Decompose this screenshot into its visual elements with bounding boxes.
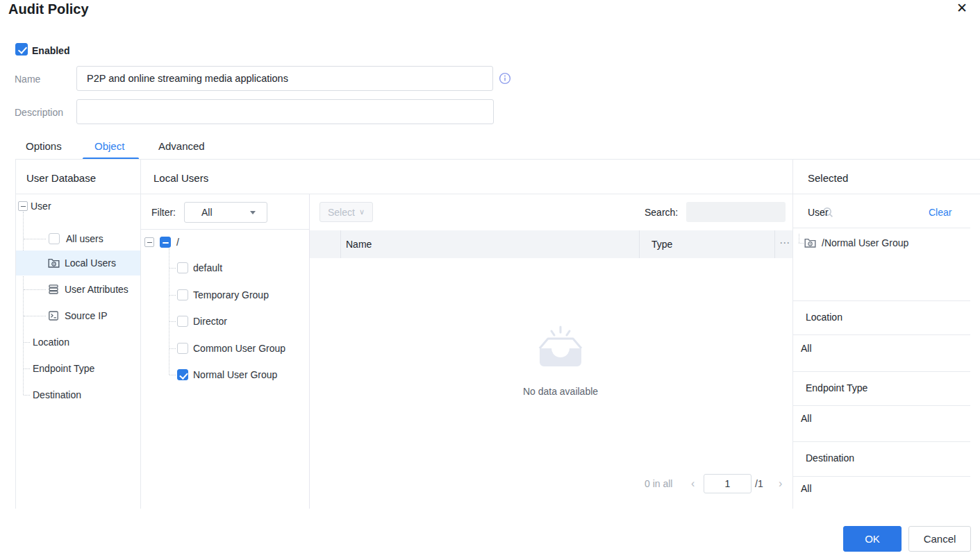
userdb-right-border — [140, 160, 141, 509]
selected-divider — [792, 300, 970, 301]
selected-destination-value: All — [801, 483, 812, 494]
column-settings-icon[interactable]: ⋯ — [779, 237, 790, 249]
tree-stub — [799, 243, 804, 244]
search-field[interactable] — [686, 202, 786, 222]
prev-page-icon[interactable]: ‹ — [691, 477, 695, 490]
terminal-icon — [48, 310, 60, 321]
chevron-down-icon — [250, 211, 256, 214]
tree-node-normal-user-group[interactable]: Normal User Group — [177, 369, 306, 381]
tree-stub — [169, 321, 176, 322]
all-users-checkbox[interactable] — [49, 233, 60, 244]
tree-stub — [24, 342, 30, 343]
selected-divider — [792, 334, 970, 335]
tab-options[interactable]: Options — [26, 139, 62, 153]
selected-title: Selected — [808, 172, 848, 184]
collapse-icon[interactable] — [18, 201, 28, 211]
close-icon[interactable]: ✕ — [956, 1, 967, 15]
attributes-icon — [48, 284, 60, 295]
tree-node-root[interactable]: / — [176, 237, 179, 248]
empty-state-text: No data available — [523, 386, 598, 397]
tree-node-local-users[interactable]: Local Users — [16, 251, 140, 275]
tree-guide-line — [799, 234, 799, 243]
selected-user-label: User — [808, 207, 829, 218]
tree-node-temporary-group[interactable]: Temporary Group — [177, 289, 306, 301]
group-checkbox[interactable] — [177, 369, 188, 380]
folder-pin-icon — [48, 257, 60, 269]
tabs-divider — [15, 159, 980, 160]
page-number-input[interactable] — [704, 474, 751, 493]
filter-label: Filter: — [151, 207, 176, 218]
tree-node-location[interactable]: Location — [33, 337, 69, 348]
tree-stub — [169, 348, 176, 349]
panel-header-divider — [15, 194, 980, 194]
ok-button[interactable]: OK — [843, 526, 902, 552]
page-title: Audit Policy — [8, 1, 89, 17]
filter-divider — [141, 229, 309, 230]
root-group-checkbox[interactable] — [160, 237, 171, 248]
cancel-button[interactable]: Cancel — [908, 526, 971, 552]
tree-node-endpoint-type[interactable]: Endpoint Type — [33, 363, 94, 374]
audit-policy-dialog: Audit Policy ✕ Enabled Name Description … — [0, 0, 980, 560]
user-database-title: User Database — [26, 172, 96, 184]
tree-stub — [169, 295, 176, 296]
tab-object[interactable]: Object — [94, 139, 124, 153]
tree-stub — [24, 368, 30, 369]
tab-advanced[interactable]: Advanced — [158, 139, 205, 153]
group-checkbox[interactable] — [177, 262, 188, 273]
next-page-icon[interactable]: › — [779, 477, 782, 490]
filter-dropdown[interactable]: All — [184, 202, 267, 223]
search-label: Search: — [645, 207, 678, 218]
local-users-title: Local Users — [153, 172, 208, 184]
tree-stub — [24, 395, 30, 396]
panel-left-border — [15, 160, 16, 509]
group-checkbox[interactable] — [177, 343, 188, 354]
clear-link[interactable]: Clear — [929, 207, 952, 218]
table-header: Name Type ⋯ — [310, 230, 792, 258]
selected-divider — [792, 405, 970, 406]
tree-node-all-users[interactable]: All users — [16, 226, 140, 251]
tree-node-destination[interactable]: Destination — [33, 389, 81, 400]
page-count: /1 — [755, 478, 763, 489]
selected-destination-label: Destination — [806, 452, 854, 464]
selected-location-value: All — [801, 343, 812, 354]
tree-stub — [169, 268, 176, 269]
selected-divider — [792, 476, 970, 477]
column-header-name[interactable]: Name — [346, 239, 372, 250]
folder-pin-icon — [804, 237, 816, 248]
column-header-type[interactable]: Type — [651, 239, 672, 250]
selected-item-normal-user-group[interactable]: /Normal User Group — [804, 237, 971, 249]
selected-endpoint-type-value: All — [801, 413, 812, 424]
info-circle-icon[interactable] — [499, 72, 511, 85]
search-input[interactable] — [686, 207, 822, 218]
tree-node-director[interactable]: Director — [177, 316, 306, 328]
name-input[interactable] — [76, 66, 493, 91]
description-input[interactable] — [76, 99, 494, 124]
tree-node-user[interactable]: User — [31, 201, 51, 212]
tree-node-source-ip[interactable]: Source IP — [16, 303, 140, 328]
selected-endpoint-type-label: Endpoint Type — [806, 382, 867, 393]
name-label: Name — [15, 73, 40, 85]
tree-stub — [169, 375, 176, 375]
empty-inbox-icon — [529, 322, 592, 376]
chevron-down-icon: ∨ — [359, 207, 365, 217]
enabled-label: Enabled — [32, 44, 69, 57]
selected-divider — [792, 371, 970, 372]
tree-node-default[interactable]: default — [177, 262, 306, 274]
selected-divider — [792, 228, 970, 228]
tree-node-user-attributes[interactable]: User Attributes — [16, 277, 140, 302]
enabled-checkbox[interactable] — [15, 43, 28, 56]
collapse-icon[interactable] — [144, 237, 154, 247]
selected-divider — [792, 441, 970, 442]
description-label: Description — [15, 106, 63, 119]
tree-node-common-user-group[interactable]: Common User Group — [177, 343, 306, 355]
group-checkbox[interactable] — [177, 289, 188, 300]
group-checkbox[interactable] — [177, 316, 188, 327]
pagination-total: 0 in all — [645, 478, 672, 489]
selected-location-label: Location — [806, 312, 842, 323]
select-button[interactable]: Select∨ — [319, 202, 373, 222]
